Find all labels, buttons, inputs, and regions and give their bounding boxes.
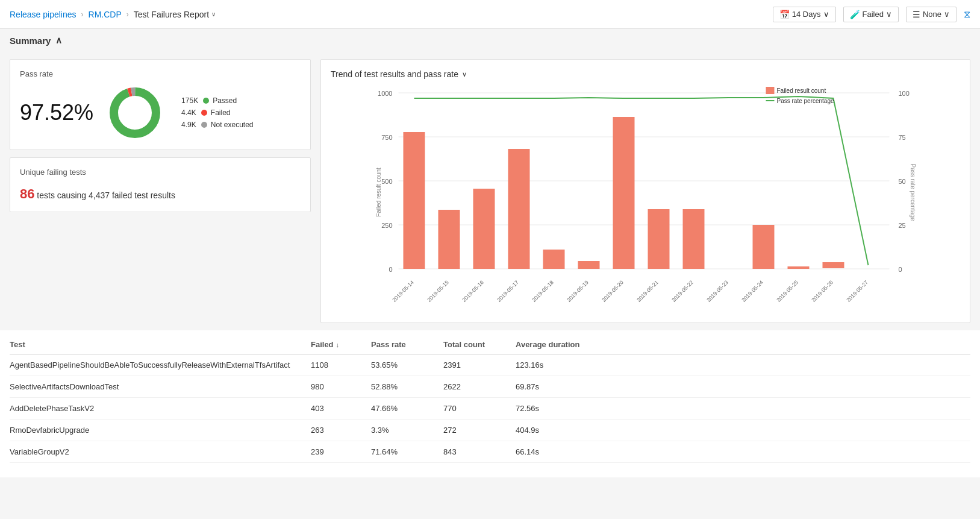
bar-1 [439, 210, 460, 269]
breadcrumb-current-label: Test Failures Report [134, 10, 209, 19]
cell-avgdur: 72.56s [516, 404, 612, 413]
svg-text:Failed result count: Failed result count [375, 168, 382, 217]
svg-text:2019-05-17: 2019-05-17 [496, 279, 520, 303]
table-row[interactable]: AddDeletePhaseTaskV2 403 47.66% 770 72.5… [10, 398, 970, 420]
svg-text:2019-05-24: 2019-05-24 [740, 279, 764, 303]
cell-failed: 1108 [311, 360, 371, 370]
beaker-icon: 🧪 [850, 10, 860, 19]
svg-text:1000: 1000 [378, 90, 392, 97]
bar-4 [543, 250, 565, 269]
group-filter-label: None [923, 10, 941, 19]
cell-total: 2391 [443, 360, 516, 370]
cell-passrate: 47.66% [371, 404, 443, 413]
pass-rate-card: Pass rate 97.52% [10, 59, 311, 150]
summary-title: Summary [10, 36, 51, 46]
svg-text:2019-05-21: 2019-05-21 [635, 279, 660, 303]
cell-total: 2622 [443, 382, 516, 391]
outcome-filter-label: Failed [863, 10, 884, 19]
summary-header[interactable]: Summary ∧ [0, 29, 980, 52]
svg-text:2019-05-14: 2019-05-14 [391, 279, 415, 303]
cell-test: SelectiveArtifactsDownloadTest [10, 382, 311, 391]
cell-avgdur: 66.14s [516, 447, 612, 456]
svg-text:0: 0 [899, 266, 902, 273]
donut-chart [108, 86, 162, 140]
svg-text:500: 500 [381, 178, 392, 185]
bar-7 [648, 209, 670, 269]
svg-text:2019-05-23: 2019-05-23 [705, 279, 729, 303]
table-row[interactable]: AgentBasedPipelineShouldBeAbleToSuccessf… [10, 354, 970, 376]
filter-button[interactable]: ⧖ [964, 9, 970, 20]
trend-chevron-icon[interactable]: ∨ [462, 71, 467, 78]
bar-11 [788, 266, 810, 269]
legend-passed: 175K Passed [181, 96, 253, 105]
breadcrumb-sep-2: › [126, 10, 129, 19]
breadcrumb-rm-cdp[interactable]: RM.CDP [89, 10, 122, 19]
cell-test: VariableGroupV2 [10, 447, 311, 456]
not-executed-dot [201, 122, 207, 128]
trend-card: Trend of test results and pass rate ∨ 10… [320, 59, 970, 323]
bar-3 [508, 149, 530, 269]
col-header-failed: Failed ↓ [311, 340, 371, 349]
unique-desc: tests causing 4,437 failed test results [34, 190, 175, 200]
svg-text:250: 250 [381, 222, 392, 229]
table-section: Test Failed ↓ Pass rate Total count Aver… [0, 330, 980, 477]
cell-total: 770 [443, 404, 516, 413]
svg-text:2019-05-27: 2019-05-27 [845, 279, 869, 303]
cell-total: 843 [443, 447, 516, 456]
legend-not-executed: 4.9K Not executed [181, 121, 253, 129]
cell-failed: 239 [311, 447, 371, 456]
svg-text:0: 0 [389, 266, 392, 273]
chart-area: 1000 750 500 250 0 100 75 50 25 0 [331, 84, 960, 313]
cell-failed: 403 [311, 404, 371, 413]
col-header-total: Total count [443, 340, 516, 349]
failed-label: Failed [211, 109, 231, 117]
col-header-passrate: Pass rate [371, 340, 443, 349]
svg-text:750: 750 [381, 134, 392, 141]
svg-point-3 [119, 96, 151, 129]
trend-title: Trend of test results and pass rate ∨ [331, 69, 960, 79]
bar-10 [753, 225, 775, 269]
breadcrumb-release-pipelines[interactable]: Release pipelines [10, 10, 76, 19]
outcome-filter-button[interactable]: 🧪 Failed ∨ [843, 7, 899, 22]
left-panel: Pass rate 97.52% [10, 59, 311, 323]
svg-text:2019-05-20: 2019-05-20 [601, 279, 625, 303]
cell-test: AddDeletePhaseTaskV2 [10, 404, 311, 413]
not-executed-count: 4.9K [181, 121, 196, 129]
chevron-down-icon[interactable]: ∨ [211, 11, 216, 17]
svg-text:100: 100 [899, 90, 910, 97]
svg-text:25: 25 [899, 222, 906, 229]
days-filter-button[interactable]: 📅 14 Days ∨ [773, 7, 836, 22]
cell-passrate: 53.65% [371, 360, 443, 370]
donut-svg [108, 86, 162, 140]
unique-failing-title: Unique failing tests [20, 168, 301, 177]
cell-total: 272 [443, 426, 516, 435]
breadcrumb-current: Test Failures Report ∨ [134, 10, 216, 19]
unique-failing-card: Unique failing tests 86 tests causing 4,… [10, 157, 311, 212]
bar-6 [613, 117, 635, 269]
group-filter-button[interactable]: ☰ None ∨ [906, 7, 957, 22]
bar-8 [683, 209, 705, 269]
bar-0 [404, 132, 425, 269]
table-row[interactable]: RmoDevfabricUpgrade 263 3.3% 272 404.9s [10, 420, 970, 441]
summary-collapse-icon: ∧ [55, 35, 62, 46]
table-row[interactable]: VariableGroupV2 239 71.64% 843 66.14s [10, 441, 970, 463]
table-row[interactable]: SelectiveArtifactsDownloadTest 980 52.88… [10, 376, 970, 398]
breadcrumb: Release pipelines › RM.CDP › Test Failur… [10, 10, 216, 19]
sort-icon[interactable]: ↓ [336, 341, 340, 348]
passed-dot [203, 98, 209, 104]
days-chevron-icon: ∨ [823, 10, 829, 19]
passed-label: Passed [213, 96, 237, 105]
bar-5 [578, 261, 600, 269]
legend-failed: 4.4K Failed [181, 109, 253, 117]
cell-failed: 263 [311, 426, 371, 435]
cell-failed: 980 [311, 382, 371, 391]
cell-passrate: 52.88% [371, 382, 443, 391]
svg-text:2019-05-26: 2019-05-26 [810, 279, 834, 303]
cell-avgdur: 123.16s [516, 360, 612, 370]
calendar-icon: 📅 [779, 10, 790, 19]
pass-rate-title: Pass rate [20, 69, 301, 78]
main-content: Summary ∧ Pass rate 97.52% [0, 29, 980, 477]
days-filter-label: 14 Days [792, 10, 821, 19]
cell-test: AgentBasedPipelineShouldBeAbleToSuccessf… [10, 360, 311, 370]
cell-avgdur: 404.9s [516, 426, 612, 435]
